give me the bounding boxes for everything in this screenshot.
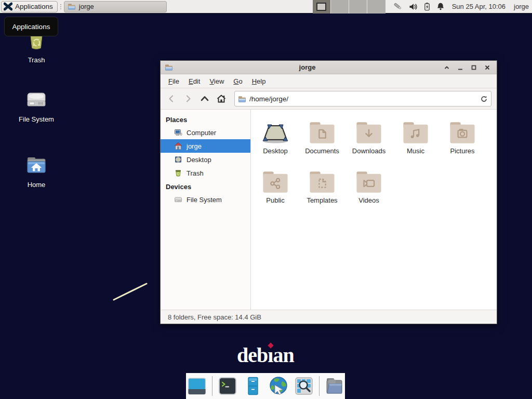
path-text[interactable]: /home/jorge/ — [249, 95, 477, 103]
home-button[interactable] — [214, 91, 229, 107]
folder-icon — [68, 3, 76, 10]
file-item-music[interactable]: Music — [392, 115, 439, 164]
debian-logo-text: deb — [237, 343, 268, 367]
file-item-label: Templates — [307, 196, 337, 204]
file-item-templates[interactable]: Templates — [299, 164, 345, 214]
sidebar-places-header: Places — [161, 113, 250, 126]
debian-logo-text: an — [273, 343, 294, 367]
volume-tray-icon[interactable] — [409, 3, 418, 11]
file-item-public[interactable]: Public — [252, 164, 299, 214]
file-manager-window: jorge File Edit View Go Help — [160, 60, 497, 324]
dock-separator — [212, 376, 212, 396]
sidebar-item-label: jorge — [187, 142, 202, 150]
applications-tooltip: Applications — [4, 17, 58, 36]
maximize-button[interactable] — [469, 62, 479, 73]
show-desktop-icon[interactable] — [187, 376, 207, 396]
window-title: jorge — [176, 63, 438, 71]
computer-icon — [174, 128, 182, 137]
file-item-label: Downloads — [352, 147, 385, 155]
sidebar: Places Computer — [161, 110, 251, 310]
application-finder-icon[interactable] — [294, 376, 314, 396]
panel-clock[interactable]: Sun 25 Apr, 10:06 — [452, 3, 506, 10]
desktop-stray-line — [109, 278, 152, 304]
sidebar-item-label: File System — [187, 196, 222, 204]
desktop-icon-label: Trash — [8, 56, 65, 64]
up-button[interactable] — [197, 91, 212, 107]
terminal-icon[interactable] — [217, 376, 238, 396]
workspace-1[interactable] — [313, 0, 331, 14]
sidebar-item-desktop[interactable]: Desktop — [161, 153, 250, 166]
panel-handle[interactable] — [59, 2, 63, 12]
applications-menu-button[interactable]: Applications — [1, 1, 58, 12]
sidebar-item-jorge[interactable]: jorge — [161, 139, 250, 153]
menu-file[interactable]: File — [164, 75, 184, 87]
shade-button[interactable] — [442, 62, 452, 73]
battery-charging-tray-icon[interactable] — [423, 2, 431, 11]
home-folder-icon — [8, 153, 65, 178]
location-bar[interactable]: /home/jorge/ — [234, 91, 491, 107]
bottom-dock — [186, 373, 345, 399]
debian-logo: debıan — [237, 343, 294, 367]
file-item-documents[interactable]: Documents — [299, 115, 345, 164]
drive-mini-icon — [174, 195, 182, 204]
minimize-button[interactable] — [455, 62, 466, 73]
titlebar[interactable]: jorge — [161, 61, 497, 74]
sidebar-item-computer[interactable]: Computer — [161, 126, 250, 139]
sidebar-item-file-system[interactable]: File System — [161, 193, 250, 206]
menu-help[interactable]: Help — [247, 75, 271, 87]
desktop-folder-icon — [261, 115, 290, 145]
desktop-icon-label: File System — [8, 115, 65, 123]
close-button[interactable] — [482, 62, 493, 73]
statusbar-text: 8 folders, Free space: 14.4 GiB — [168, 313, 261, 321]
trash-mini-icon — [174, 169, 182, 177]
file-cabinet-icon[interactable] — [243, 376, 263, 396]
menu-go[interactable]: Go — [229, 75, 247, 87]
desktop-icon-file-system[interactable]: File System — [8, 87, 65, 123]
file-item-label: Documents — [305, 147, 339, 155]
file-item-desktop[interactable]: Desktop — [252, 115, 299, 164]
hard-drive-icon — [8, 87, 65, 112]
desktop-icon-home[interactable]: Home — [8, 153, 65, 189]
menubar: File Edit View Go Help — [161, 74, 497, 88]
dock-separator — [319, 376, 320, 396]
forward-button[interactable] — [180, 91, 196, 107]
taskbar-window-label: jorge — [79, 3, 94, 10]
menu-view[interactable]: View — [205, 75, 229, 87]
applications-menu-label: Applications — [15, 3, 53, 10]
sidebar-item-trash[interactable]: Trash — [161, 166, 250, 180]
downloads-folder-icon — [355, 115, 383, 145]
file-manager-icon[interactable] — [324, 376, 345, 396]
tooltip-text: Applications — [12, 23, 50, 31]
file-view[interactable]: Desktop Documents — [251, 110, 497, 310]
file-item-videos[interactable]: Videos — [345, 164, 392, 214]
notifications-bell-tray-icon[interactable] — [436, 2, 445, 11]
file-item-label: Videos — [358, 196, 379, 204]
back-button[interactable] — [164, 91, 179, 107]
pictures-folder-icon — [448, 115, 476, 145]
sidebar-item-label: Desktop — [187, 156, 211, 164]
reload-button[interactable] — [480, 95, 488, 103]
web-browser-icon[interactable] — [268, 376, 289, 396]
file-item-downloads[interactable]: Downloads — [345, 115, 392, 164]
file-item-pictures[interactable]: Pictures — [439, 115, 486, 164]
statusbar: 8 folders, Free space: 14.4 GiB — [161, 310, 497, 324]
workspace-window-thumb — [316, 3, 326, 11]
desktop-icon — [174, 155, 182, 164]
pen-tool-tray-icon[interactable] — [393, 2, 403, 11]
home-icon — [174, 142, 182, 150]
workspace-2[interactable] — [331, 0, 349, 14]
top-panel: Applications jorge — [0, 0, 532, 14]
taskbar-window-button[interactable]: jorge — [64, 1, 167, 12]
file-item-label: Pictures — [450, 147, 475, 155]
menu-edit[interactable]: Edit — [184, 75, 205, 87]
panel-username: jorge — [514, 3, 529, 10]
file-item-label: Public — [266, 196, 284, 204]
sidebar-devices-header: Devices — [161, 180, 250, 193]
workspace-3[interactable] — [349, 0, 367, 14]
videos-folder-icon — [355, 164, 383, 194]
music-folder-icon — [402, 115, 430, 145]
workspace-4[interactable] — [367, 0, 385, 14]
xfce-logo-icon — [4, 2, 12, 11]
file-item-label: Music — [407, 147, 424, 155]
system-tray — [393, 2, 445, 11]
